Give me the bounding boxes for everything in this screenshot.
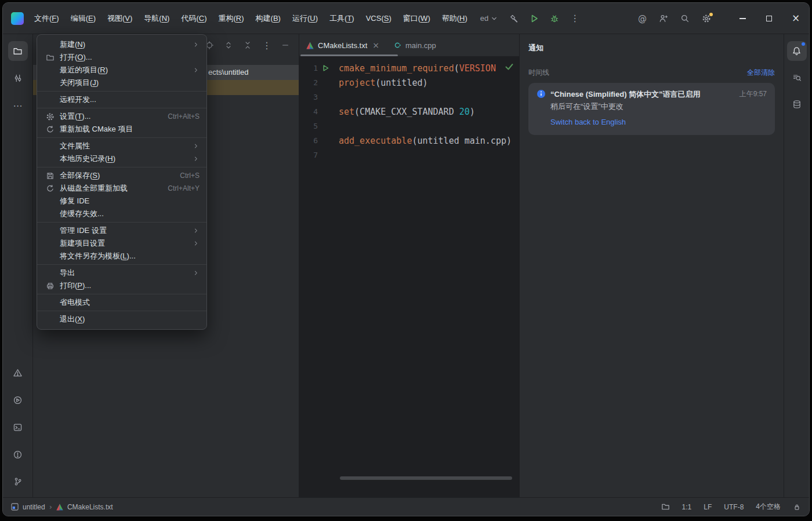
- code-line: 4 set(CMAKE_CXX_STANDARD 20): [299, 104, 519, 119]
- menu-item-print[interactable]: 打印(P)...: [37, 279, 206, 292]
- file-menu-popup: 新建(N) 打开(O)... 最近的项目(R) 关闭项目(J) 远程开发... …: [37, 34, 207, 330]
- menu-edit[interactable]: 编辑(E): [65, 3, 102, 34]
- lock-icon[interactable]: [793, 503, 801, 511]
- build-hammer-icon[interactable]: [509, 14, 519, 23]
- notifications-tool-button[interactable]: [787, 41, 807, 61]
- printer-icon: [45, 281, 55, 290]
- indent-widget[interactable]: 4个空格: [756, 502, 781, 512]
- services-tool-button[interactable]: [8, 390, 28, 410]
- git-branch-icon: [13, 477, 23, 486]
- breadcrumb-project[interactable]: untitled: [23, 503, 45, 511]
- menu-item-reload-from-disk[interactable]: 从磁盘全部重新加载 Ctrl+Alt+Y: [37, 182, 206, 195]
- submenu-arrow-icon: [193, 155, 200, 162]
- code-line: 6 add_executable(untitled main.cpp): [299, 133, 519, 148]
- menu-item-file-properties[interactable]: 文件属性: [37, 140, 206, 152]
- problems-tool-button[interactable]: [8, 363, 28, 382]
- tab-cmakelists[interactable]: CMakeLists.txt ×: [299, 34, 386, 56]
- submenu-arrow-icon: [193, 67, 200, 74]
- menu-item-settings[interactable]: 设置(T)... Ctrl+Alt+S: [37, 110, 206, 123]
- horizontal-scrollbar[interactable]: [340, 476, 512, 480]
- find-tool-button[interactable]: [787, 68, 807, 88]
- minimize-button[interactable]: [729, 3, 756, 34]
- more-tool-windows-button[interactable]: ⋯: [8, 96, 28, 115]
- menu-window[interactable]: 窗口(W): [397, 3, 436, 34]
- run-line-icon[interactable]: [318, 65, 334, 71]
- submenu-arrow-icon: [193, 269, 200, 276]
- project-options-icon[interactable]: ⋮: [262, 40, 271, 51]
- breadcrumb-chevron-icon: ›: [49, 502, 52, 511]
- expand-all-icon[interactable]: [224, 41, 233, 50]
- maximize-button[interactable]: [756, 3, 782, 34]
- menu-item-save-as-template[interactable]: 将文件另存为模板(L)...: [37, 250, 206, 263]
- menu-build[interactable]: 构建(B): [250, 3, 287, 34]
- terminal-tool-button[interactable]: [8, 417, 28, 437]
- menu-item-save-all[interactable]: 全部保存(S) Ctrl+S: [37, 169, 206, 182]
- debug-bug-icon[interactable]: [550, 14, 559, 23]
- notification-card: “Chinese (Simplified) 简体中文”语言已启用 上午9:57 …: [528, 83, 775, 135]
- switch-language-link[interactable]: Switch back to English: [550, 118, 626, 126]
- menu-tools[interactable]: 工具(T): [324, 3, 360, 34]
- menu-item-exit[interactable]: 退出(X): [37, 313, 206, 326]
- title-bar: 文件(F) 编辑(E) 视图(V) 导航(N) 代码(C) 重构(R) 构建(B…: [3, 3, 809, 34]
- close-button[interactable]: ×: [782, 3, 809, 34]
- menu-navigate[interactable]: 导航(N): [138, 3, 175, 34]
- run-button-icon[interactable]: [530, 14, 539, 23]
- menu-code[interactable]: 代码(C): [175, 3, 212, 34]
- clear-all-link[interactable]: 全部清除: [747, 68, 775, 78]
- menu-item-export[interactable]: 导出: [37, 267, 206, 279]
- breadcrumb-file[interactable]: CMakeLists.txt: [67, 503, 113, 511]
- project-tool-button[interactable]: [8, 41, 28, 61]
- menu-vcs[interactable]: VCS(S): [360, 3, 397, 34]
- menu-item-repair-ide[interactable]: 修复 IDE: [37, 195, 206, 207]
- database-tool-button[interactable]: [787, 94, 807, 114]
- run-config-selector[interactable]: ed: [480, 14, 498, 23]
- line-ending-widget[interactable]: LF: [704, 503, 712, 511]
- more-actions-icon[interactable]: ⋮: [570, 13, 579, 24]
- hide-panel-icon[interactable]: [281, 41, 289, 49]
- status-bar: untitled › CMakeLists.txt 1:1 LF UTF-8 4…: [3, 497, 809, 516]
- search-everywhere-icon[interactable]: [680, 14, 690, 23]
- add-collaborator-icon[interactable]: [659, 14, 668, 23]
- folder-icon: [13, 46, 23, 56]
- menu-run[interactable]: 运行(U): [287, 3, 324, 34]
- left-tool-stripe: ⋯: [3, 34, 33, 497]
- inspection-ok-icon[interactable]: [505, 63, 514, 71]
- version-control-tool-button[interactable]: [8, 472, 28, 491]
- menu-file[interactable]: 文件(F): [28, 3, 65, 34]
- menu-separator: [37, 294, 206, 294]
- right-tool-stripe: [784, 34, 809, 497]
- code-editor[interactable]: 1 cmake_minimum_required(VERSION 2 proje…: [299, 56, 519, 497]
- menu-help[interactable]: 帮助(H): [436, 3, 473, 34]
- collapse-all-icon[interactable]: [243, 41, 252, 50]
- menu-item-invalidate-caches[interactable]: 使缓存失效...: [37, 207, 206, 220]
- menu-item-reload-cmake[interactable]: 重新加载 CMake 项目: [37, 123, 206, 136]
- menu-item-local-history[interactable]: 本地历史记录(H): [37, 152, 206, 165]
- menu-item-close-project[interactable]: 关闭项目(J): [37, 76, 206, 89]
- menu-item-power-save[interactable]: 省电模式: [37, 296, 206, 309]
- encoding-widget[interactable]: UTF-8: [724, 503, 744, 511]
- tab-maincpp[interactable]: main.cpp: [386, 34, 443, 56]
- menu-separator: [37, 91, 206, 92]
- problems-info-tool-button[interactable]: [8, 445, 28, 464]
- submenu-arrow-icon: [193, 143, 200, 150]
- timeline-label: 时间线: [528, 68, 549, 78]
- database-icon: [792, 100, 802, 109]
- status-folder-icon[interactable]: [661, 502, 670, 511]
- caret-position-widget[interactable]: 1:1: [682, 503, 692, 511]
- menu-item-recent-projects[interactable]: 最近的项目(R): [37, 64, 206, 76]
- close-tab-icon[interactable]: ×: [372, 41, 379, 49]
- breadcrumb: untitled › CMakeLists.txt: [11, 502, 113, 511]
- menu-view[interactable]: 视图(V): [102, 3, 138, 34]
- menu-item-new[interactable]: 新建(N): [37, 38, 206, 51]
- submenu-arrow-icon: [193, 240, 200, 247]
- menu-item-manage-ide-settings[interactable]: 管理 IDE 设置: [37, 224, 206, 237]
- cpp-file-icon: [393, 41, 401, 49]
- terminal-icon: [13, 422, 23, 432]
- code-with-me-at-icon[interactable]: @: [638, 13, 647, 24]
- menu-refactor[interactable]: 重构(R): [213, 3, 250, 34]
- menu-item-new-project-settings[interactable]: 新建项目设置: [37, 237, 206, 250]
- settings-gear-icon[interactable]: [702, 14, 711, 23]
- commit-tool-button[interactable]: [8, 68, 28, 88]
- menu-item-remote-dev[interactable]: 远程开发...: [37, 93, 206, 106]
- menu-item-open[interactable]: 打开(O)...: [37, 51, 206, 64]
